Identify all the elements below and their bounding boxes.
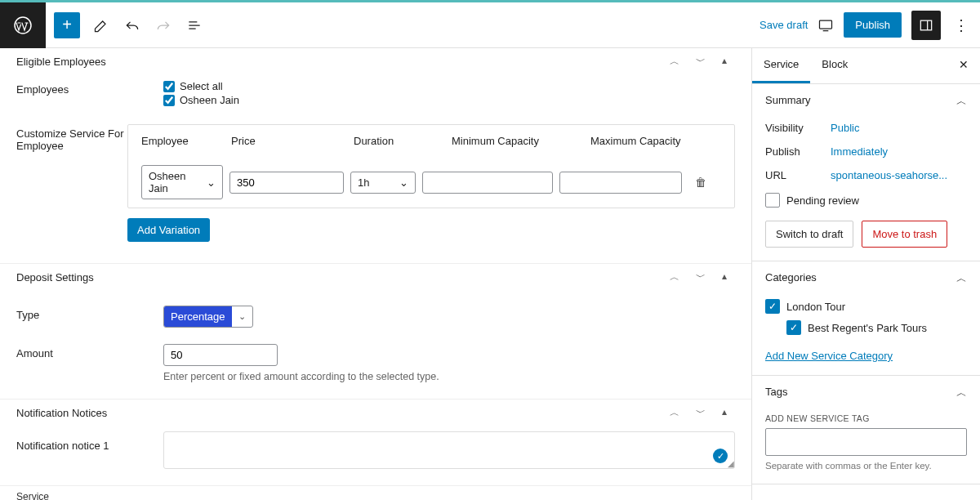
chevron-down-icon: ⌄ (399, 176, 408, 189)
chevron-down-icon: ⌄ (232, 306, 252, 327)
amount-input[interactable] (163, 344, 278, 366)
chevron-up-icon: ︿ (956, 94, 967, 109)
amount-hint: Enter percent or fixed amount according … (163, 371, 735, 382)
move-to-trash-button[interactable]: Move to trash (862, 221, 947, 248)
category-checkbox[interactable]: ✓ (765, 299, 780, 314)
notification-textarea[interactable]: ✓ ◢ (163, 431, 735, 469)
section-title: Eligible Employees (16, 56, 106, 68)
list-view-icon[interactable] (186, 17, 203, 33)
resize-handle-icon[interactable]: ◢ (728, 459, 734, 468)
type-label: Type (16, 306, 163, 328)
category-checkbox[interactable]: ✓ (786, 320, 801, 335)
table-row: Osheen Jain⌄ 1h⌄ 🗑 (128, 157, 734, 208)
publish-time-link[interactable]: Immediately (831, 145, 888, 158)
switch-to-draft-button[interactable]: Switch to draft (765, 221, 853, 248)
amount-label: Amount (16, 344, 163, 382)
top-toolbar: + Save draft Publish ⋮ (0, 2, 980, 48)
preview-icon[interactable] (817, 17, 834, 33)
svg-rect-1 (820, 20, 832, 29)
chevron-down-icon: ⌄ (207, 176, 216, 189)
expand-down-icon[interactable]: ﹀ (696, 270, 706, 284)
editor-area: Eligible Employees ︿ ﹀ ▴ Employees Selec… (0, 48, 751, 500)
publish-button[interactable]: Publish (844, 12, 902, 38)
price-input[interactable] (229, 172, 344, 194)
employees-label: Employees (16, 80, 163, 108)
tab-service[interactable]: Service (752, 48, 810, 83)
settings-sidebar: Service Block ✕ Summary︿ VisibilityPubli… (751, 48, 980, 500)
visibility-link[interactable]: Public (831, 122, 859, 134)
select-all-checkbox[interactable] (163, 81, 175, 92)
tab-block[interactable]: Block (810, 48, 859, 83)
pending-review-checkbox[interactable] (765, 193, 780, 208)
col-min-cap: Minimum Capacity (452, 135, 582, 147)
employee-select[interactable]: Osheen Jain⌄ (141, 165, 223, 199)
tags-section-header[interactable]: Tags︿ (752, 376, 980, 410)
sort-up-icon[interactable]: ▴ (722, 55, 727, 69)
duration-select[interactable]: 1h⌄ (350, 172, 416, 194)
chevron-up-icon: ︿ (956, 271, 967, 286)
edit-icon[interactable] (93, 17, 109, 33)
col-max-cap: Maximum Capacity (590, 135, 721, 147)
svg-rect-2 (920, 20, 931, 30)
eligible-employees-header[interactable]: Eligible Employees ︿ ﹀ ▴ (0, 48, 751, 75)
collapse-up-icon[interactable]: ︿ (670, 270, 679, 284)
summary-section-header[interactable]: Summary︿ (752, 84, 980, 118)
employee-checkbox[interactable] (163, 95, 175, 106)
type-select[interactable]: Percentage ⌄ (163, 306, 253, 328)
url-link[interactable]: spontaneous-seahorse... (831, 169, 947, 181)
min-capacity-input[interactable] (422, 172, 553, 194)
sort-up-icon[interactable]: ▴ (722, 406, 727, 420)
add-category-link[interactable]: Add New Service Category (765, 350, 893, 362)
tag-input[interactable] (765, 428, 967, 456)
col-duration: Duration (354, 135, 443, 147)
more-options-icon[interactable]: ⋮ (951, 16, 972, 34)
notification-notices-header[interactable]: Notification Notices ︿ ﹀ ▴ (0, 399, 751, 426)
wordpress-logo[interactable] (0, 2, 46, 48)
notification-1-label: Notification notice 1 (16, 431, 163, 452)
col-price: Price (231, 135, 345, 147)
customize-label: Customize Service For Employee (16, 124, 127, 152)
undo-icon[interactable] (124, 17, 140, 33)
add-block-button[interactable]: + (54, 12, 80, 38)
tag-hint: Separate with commas or the Enter key. (765, 461, 967, 471)
delete-row-icon[interactable]: 🗑 (688, 176, 713, 189)
collapse-up-icon[interactable]: ︿ (670, 55, 679, 69)
redo-icon[interactable] (155, 17, 172, 33)
add-tag-label: ADD NEW SERVICE TAG (765, 413, 967, 423)
sort-up-icon[interactable]: ▴ (722, 270, 727, 284)
deposit-settings-header[interactable]: Deposit Settings ︿ ﹀ ▴ (0, 263, 751, 291)
collapse-up-icon[interactable]: ︿ (670, 406, 679, 420)
add-variation-button[interactable]: Add Variation (127, 218, 210, 242)
col-employee: Employee (141, 135, 223, 147)
bottom-service-tab[interactable]: Service (0, 485, 751, 500)
categories-section-header[interactable]: Categories︿ (752, 261, 980, 296)
sidebar-toggle-button[interactable] (911, 11, 941, 40)
close-sidebar-icon[interactable]: ✕ (947, 48, 980, 83)
chevron-up-icon: ︿ (956, 386, 967, 400)
save-draft-link[interactable]: Save draft (760, 19, 808, 31)
employee-variation-table: Employee Price Duration Minimum Capacity… (127, 124, 735, 208)
expand-down-icon[interactable]: ﹀ (696, 55, 706, 69)
verified-check-icon: ✓ (713, 449, 728, 463)
expand-down-icon[interactable]: ﹀ (696, 406, 706, 420)
max-capacity-input[interactable] (559, 172, 682, 194)
